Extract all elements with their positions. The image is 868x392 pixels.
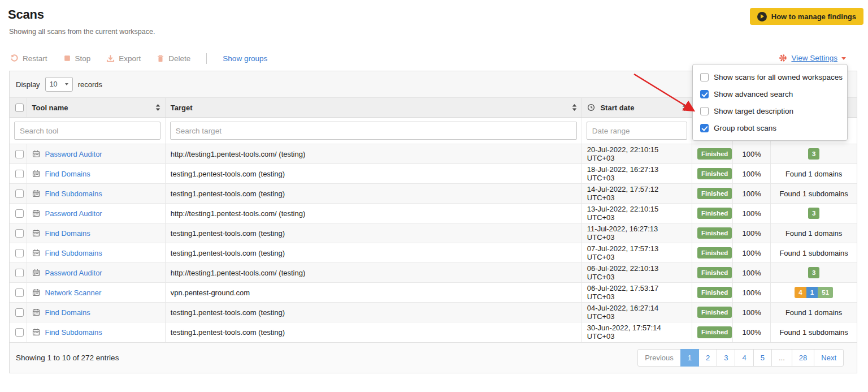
row-checkbox[interactable] xyxy=(15,209,24,218)
result-badges: 3 xyxy=(808,208,819,219)
table-row: Network Scanner vpn.pentest-ground.com 0… xyxy=(10,283,857,303)
entries-summary: Showing 1 to 10 of 272 entries xyxy=(16,354,119,362)
view-settings-label: View Settings xyxy=(791,54,837,62)
pagination-page-28[interactable]: 28 xyxy=(792,349,814,367)
result-count-badge: 3 xyxy=(808,267,819,278)
search-target-input[interactable] xyxy=(170,122,577,140)
result-cell: Found 1 domains xyxy=(771,223,857,243)
table-footer: Showing 1 to 10 of 272 entries Previous1… xyxy=(10,342,857,373)
row-checkbox[interactable] xyxy=(15,328,24,337)
calendar-icon xyxy=(32,209,40,217)
result-cell: 3 xyxy=(771,263,857,283)
view-settings-option[interactable]: Show scans for all owned workspaces xyxy=(693,68,847,85)
show-groups-link[interactable]: Show groups xyxy=(223,54,267,63)
row-checkbox[interactable] xyxy=(15,249,24,257)
row-checkbox[interactable] xyxy=(15,150,24,158)
view-settings-option[interactable]: Show target description xyxy=(693,102,847,119)
help-button-label: How to manage findings xyxy=(771,12,856,21)
calendar-icon xyxy=(32,150,40,158)
result-badges: 3 xyxy=(808,267,819,278)
result-cell: Found 1 domains xyxy=(771,164,857,184)
tool-link[interactable]: Password Auditor xyxy=(45,150,102,158)
sort-icon[interactable] xyxy=(682,104,687,111)
date-range-input[interactable] xyxy=(587,122,687,140)
pagination-page-1[interactable]: 1 xyxy=(680,349,699,367)
records-label: records xyxy=(78,80,102,89)
tool-link[interactable]: Password Auditor xyxy=(45,209,102,218)
restart-icon xyxy=(10,54,19,63)
pagination-ellipsis[interactable]: ... xyxy=(771,349,792,367)
column-header-start-date[interactable]: Start date xyxy=(581,98,692,118)
result-cell: 3 xyxy=(771,144,857,164)
view-settings-option[interactable]: Show advanced search xyxy=(693,85,847,102)
view-settings-option[interactable]: Group robot scans xyxy=(693,119,847,136)
row-checkbox[interactable] xyxy=(15,308,24,317)
pagination-page-4[interactable]: 4 xyxy=(735,349,753,367)
row-checkbox[interactable] xyxy=(15,288,24,297)
checkbox-icon[interactable] xyxy=(700,124,709,132)
checkbox-icon[interactable] xyxy=(700,73,709,81)
play-icon xyxy=(757,12,767,21)
checkbox-icon[interactable] xyxy=(700,90,709,98)
result-cell: Found 1 subdomains xyxy=(771,243,857,263)
start-date-cell: 30-Jun-2022, 17:57:14 UTC+03 xyxy=(581,322,692,342)
tool-link[interactable]: Find Domains xyxy=(45,308,90,317)
result-cell: Found 1 subdomains xyxy=(771,322,857,342)
result-badges: 3 xyxy=(808,148,819,160)
delete-button[interactable]: Delete xyxy=(157,54,190,63)
checkbox-icon[interactable] xyxy=(700,107,709,115)
tool-link[interactable]: Password Auditor xyxy=(45,269,102,277)
result-count-badge: 51 xyxy=(818,287,833,298)
view-settings-option-label: Show advanced search xyxy=(714,90,793,98)
table-row: Find Domains testing1.pentest-tools.com … xyxy=(10,223,857,243)
page-size-value: 10 xyxy=(50,80,58,88)
view-settings-toggle[interactable]: View Settings xyxy=(779,54,846,62)
calendar-icon xyxy=(32,308,40,316)
tool-link[interactable]: Network Scanner xyxy=(45,288,102,297)
gear-icon xyxy=(779,54,787,62)
display-label: Display xyxy=(16,80,40,89)
select-all-checkbox[interactable] xyxy=(15,104,24,112)
result-cell: Found 1 domains xyxy=(771,303,857,322)
result-count-badge: 1 xyxy=(806,287,818,298)
pagination-previous[interactable]: Previous xyxy=(637,349,681,367)
view-settings-menu: Show scans for all owned workspaces Show… xyxy=(692,64,848,141)
search-tool-input[interactable] xyxy=(14,122,160,140)
pagination-next[interactable]: Next xyxy=(814,349,844,367)
tool-link[interactable]: Find Subdomains xyxy=(45,328,102,337)
result-badges: 4151 xyxy=(795,287,833,298)
column-header-tool-name[interactable]: Tool name xyxy=(27,98,165,118)
how-to-manage-findings-button[interactable]: How to manage findings xyxy=(750,8,863,25)
tool-link[interactable]: Find Domains xyxy=(45,170,90,178)
start-date-cell: 18-Jul-2022, 16:27:13 UTC+03 xyxy=(581,164,692,184)
result-count-badge: 4 xyxy=(795,287,806,298)
result-count-badge: 3 xyxy=(808,148,819,160)
pagination-page-2[interactable]: 2 xyxy=(698,349,717,367)
row-checkbox[interactable] xyxy=(15,189,24,198)
status-badge: Finished xyxy=(697,307,732,318)
export-icon xyxy=(106,54,115,63)
page-size-select[interactable]: 10 xyxy=(45,77,73,92)
progress-cell: 100% xyxy=(733,204,771,223)
stop-button[interactable]: Stop xyxy=(63,54,91,63)
tool-link[interactable]: Find Domains xyxy=(45,229,90,238)
sort-icon[interactable] xyxy=(572,104,577,111)
tool-link[interactable]: Find Subdomains xyxy=(45,189,102,198)
stop-icon xyxy=(63,54,71,62)
tool-link[interactable]: Find Subdomains xyxy=(45,249,102,257)
row-checkbox[interactable] xyxy=(15,269,24,277)
restart-button[interactable]: Restart xyxy=(10,54,47,63)
sort-icon[interactable] xyxy=(155,104,160,111)
column-header-target[interactable]: Target xyxy=(165,98,581,118)
pagination-page-3[interactable]: 3 xyxy=(717,349,735,367)
row-checkbox[interactable] xyxy=(15,170,24,178)
target-cell: testing1.pentest-tools.com (testing) xyxy=(165,223,581,243)
export-button[interactable]: Export xyxy=(106,54,141,63)
result-cell: Found 1 subdomains xyxy=(771,184,857,204)
pagination-page-5[interactable]: 5 xyxy=(753,349,772,367)
status-badge: Finished xyxy=(697,326,732,338)
toolbar-divider xyxy=(206,53,207,64)
progress-cell: 100% xyxy=(733,184,771,204)
row-checkbox[interactable] xyxy=(15,229,24,238)
calendar-icon xyxy=(32,170,40,178)
